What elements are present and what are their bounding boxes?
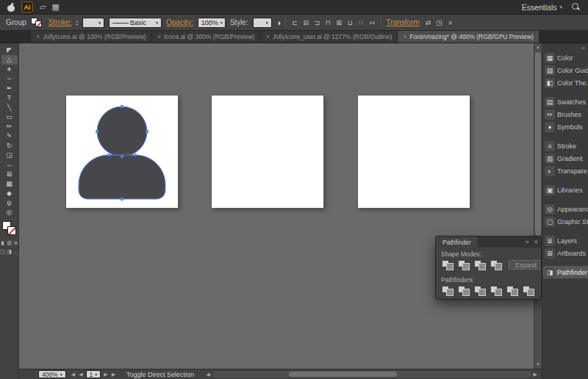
distribute-vertical-icon[interactable]: ∺ — [368, 19, 376, 26]
width-tool[interactable]: ↔ — [1, 160, 18, 170]
anchor-point[interactable] — [96, 130, 98, 133]
outline-button[interactable] — [506, 285, 519, 296]
hand-tool[interactable]: ψ — [1, 198, 18, 208]
apple-icon[interactable] — [7, 3, 15, 12]
panel-menu-icon[interactable]: ≡ — [531, 239, 541, 245]
panel-appearance[interactable]: ◎ Appearance — [543, 203, 588, 215]
none-button[interactable]: ⊘ — [13, 239, 19, 247]
close-icon[interactable]: × — [36, 33, 40, 40]
shuffle-icon[interactable]: ⇄ — [424, 19, 433, 26]
scroll-down-button[interactable]: ▼ — [534, 361, 542, 369]
edit-toolbar-button[interactable]: … — [13, 248, 19, 256]
lasso-tool[interactable]: ∽ — [1, 74, 18, 84]
scroll-up-button[interactable]: ▲ — [534, 43, 542, 51]
align-center-icon[interactable]: ⊟ — [301, 19, 310, 26]
stepper-down-icon[interactable]: ▾ — [76, 23, 78, 26]
panel-menu-icon[interactable]: ≡ — [446, 19, 455, 26]
anchor-point[interactable] — [121, 105, 123, 108]
artboard-1[interactable] — [66, 95, 178, 208]
document-tab[interactable]: × JollyIcons.ai @ 100% (RGB/Preview) — [31, 31, 152, 43]
align-top-icon[interactable]: ⊓ — [323, 19, 332, 26]
minus-back-button[interactable] — [522, 285, 535, 296]
panel-graphic-styles[interactable]: ▢ Graphic St... — [543, 215, 588, 228]
artboard-2[interactable] — [212, 95, 323, 208]
avatar-head-shape[interactable] — [97, 107, 147, 156]
anchor-point[interactable] — [107, 154, 110, 156]
paintbrush-tool[interactable]: ✏ — [1, 122, 18, 131]
screen-mode-button[interactable]: ◨ — [7, 248, 12, 256]
trim-button[interactable] — [457, 285, 470, 296]
workspace-switcher[interactable]: Essentials ▾ — [522, 3, 562, 12]
exclude-button[interactable] — [490, 259, 503, 270]
canvas[interactable]: Pathfinder » ≡ Shape Modes: Expand Pathf… — [19, 43, 542, 369]
gradient-tool[interactable]: ▩ — [1, 179, 18, 189]
unite-button[interactable] — [441, 259, 454, 270]
style-select[interactable]: ▾ — [253, 18, 272, 28]
vertical-scroll-thumb[interactable] — [535, 52, 541, 236]
stroke-weight-field[interactable]: ▾ — [82, 18, 104, 28]
stroke-weight-steppers[interactable]: ▴ ▾ — [76, 19, 78, 26]
panel-swatches[interactable]: ▤ Swatches — [543, 95, 588, 108]
gradient-button[interactable]: ▥ — [7, 239, 12, 247]
next-artboard-button[interactable]: ▶ — [103, 372, 108, 378]
direct-selection-tool[interactable]: △ — [1, 55, 18, 65]
panel-color-guide[interactable]: ▧ Color Guide — [543, 64, 588, 76]
fill-stroke-indicator[interactable] — [31, 17, 44, 28]
type-tool[interactable]: T — [1, 93, 18, 103]
close-icon[interactable]: × — [157, 33, 161, 40]
stroke-panel-link[interactable]: Stroke: — [49, 18, 72, 26]
align-bottom-icon[interactable]: ⊔ — [345, 19, 354, 26]
horizontal-scrollbar[interactable]: ◀ ▶ — [204, 371, 539, 378]
panel-artboards[interactable]: ⊞ Artboards — [543, 247, 588, 259]
horizontal-scroll-thumb[interactable] — [289, 372, 397, 377]
pen-tool[interactable]: ✒ — [1, 84, 18, 93]
collapse-dock-button[interactable]: « — [582, 45, 585, 51]
anchor-point[interactable] — [146, 130, 148, 133]
selection-tool[interactable]: ◤ — [1, 46, 18, 55]
align-left-icon[interactable]: ⊏ — [290, 19, 299, 26]
pathfinder-panel-tab[interactable]: Pathfinder — [436, 237, 478, 248]
panel-color-themes[interactable]: ◧ Color The... — [543, 76, 588, 89]
panel-symbols[interactable]: ♦ Symbols — [543, 120, 588, 133]
align-middle-icon[interactable]: ⊞ — [334, 19, 343, 26]
merge-button[interactable] — [473, 285, 487, 296]
first-artboard-button[interactable]: ◀ — [71, 372, 76, 378]
panel-stroke[interactable]: ≡ Stroke — [543, 140, 588, 152]
document-tab[interactable]: × FontAmazing* @ 400% (RGB/GPU Preview) — [398, 31, 539, 43]
minus-front-button[interactable] — [457, 259, 470, 270]
scroll-right-button[interactable]: ▶ — [532, 372, 539, 378]
anchor-point[interactable] — [134, 154, 137, 156]
zoom-level-select[interactable]: 400% ▾ — [38, 370, 66, 378]
line-segment-tool[interactable]: ╲ — [1, 103, 18, 112]
magic-wand-tool[interactable]: ∗ — [1, 65, 18, 74]
vertical-scrollbar[interactable]: ▲ ▼ — [534, 43, 542, 369]
eyedropper-tool[interactable]: ◆ — [1, 189, 18, 198]
previous-artboard-button[interactable]: ◀ — [78, 372, 83, 378]
panel-layers[interactable]: ≣ Layers — [543, 234, 588, 247]
panel-transparency[interactable]: ◐ Transpare... — [543, 165, 588, 177]
panel-gradient[interactable]: ▥ Gradient — [543, 152, 588, 165]
close-icon[interactable]: × — [403, 33, 406, 40]
horizontal-scroll-track[interactable] — [213, 371, 531, 378]
artboard-number-select[interactable]: 1 ▾ — [86, 370, 101, 378]
panel-libraries[interactable]: ▣ Libraries — [543, 184, 588, 196]
search-icon[interactable] — [572, 3, 581, 12]
panel-pathfinder[interactable]: ◨ Pathfinder — [543, 266, 588, 278]
pathfinder-panel-header[interactable]: Pathfinder » ≡ — [436, 237, 541, 248]
document-tab[interactable]: × Icons.ai @ 300% (RGB/Preview) — [152, 31, 261, 43]
recolor-artwork-icon[interactable]: ◑ — [276, 18, 282, 27]
anchor-point[interactable] — [121, 155, 123, 158]
transform-panel-link[interactable]: Transform — [386, 18, 419, 26]
scale-tool[interactable]: ◲ — [1, 151, 18, 160]
distribute-horizontal-icon[interactable]: ∷ — [356, 19, 365, 26]
avatar-artwork-selected[interactable] — [66, 95, 178, 208]
fill-stroke-control[interactable] — [2, 221, 17, 236]
crop-button[interactable] — [490, 285, 503, 296]
avatar-body-shape[interactable] — [79, 155, 165, 199]
divide-button[interactable] — [441, 285, 454, 296]
close-icon[interactable]: × — [265, 33, 269, 40]
zoom-tool[interactable]: ◎ — [1, 208, 18, 217]
collapse-panel-icon[interactable]: » — [523, 239, 531, 245]
isolate-icon[interactable]: ◳ — [435, 19, 444, 26]
shape-builder-tool[interactable]: ⊞ — [1, 170, 18, 179]
